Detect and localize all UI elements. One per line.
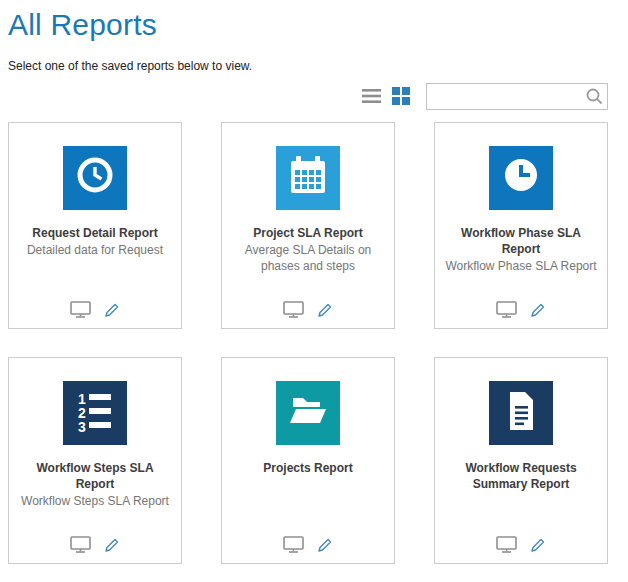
- monitor-icon[interactable]: [283, 536, 304, 553]
- clock-outline-icon: [63, 144, 127, 212]
- card-actions: [222, 536, 394, 553]
- numbered-list-icon: 1 2 3: [63, 379, 127, 447]
- toolbar: [8, 82, 608, 110]
- monitor-icon[interactable]: [283, 301, 304, 318]
- search-icon[interactable]: [585, 87, 603, 109]
- monitor-icon[interactable]: [70, 301, 91, 318]
- folder-icon: [276, 379, 340, 447]
- pencil-icon[interactable]: [530, 537, 546, 553]
- report-card-projects[interactable]: Projects Report: [221, 357, 395, 564]
- report-card-request-detail[interactable]: Request Detail Report Detailed data for …: [8, 122, 182, 329]
- grid-view-icon[interactable]: [392, 87, 410, 105]
- report-icon-tile: 1 2 3: [63, 381, 127, 445]
- page-subtitle: Select one of the saved reports below to…: [8, 59, 628, 73]
- report-card-workflow-requests-summary[interactable]: Workflow Requests Summary Report: [434, 357, 608, 564]
- report-subtitle: Detailed data for Request: [19, 243, 171, 259]
- report-card-workflow-phase-sla[interactable]: Workflow Phase SLA Report Workflow Phase…: [434, 122, 608, 329]
- search-box: [426, 83, 608, 110]
- pencil-icon[interactable]: [104, 537, 120, 553]
- svg-text:3: 3: [78, 419, 86, 435]
- report-subtitle: Workflow Steps SLA Report: [19, 494, 171, 510]
- report-icon-tile: [276, 381, 340, 445]
- pencil-icon[interactable]: [317, 302, 333, 318]
- report-title: Workflow Steps SLA Report: [19, 460, 171, 492]
- monitor-icon[interactable]: [496, 301, 517, 318]
- card-actions: [9, 301, 181, 318]
- report-icon-tile: [276, 146, 340, 210]
- pencil-icon[interactable]: [104, 302, 120, 318]
- all-reports-page: All Reports Select one of the saved repo…: [0, 0, 628, 564]
- report-title: Project SLA Report: [232, 225, 384, 241]
- card-actions: [435, 536, 607, 553]
- pencil-icon[interactable]: [317, 537, 333, 553]
- report-icon-tile: [63, 146, 127, 210]
- report-icon-tile: [489, 381, 553, 445]
- card-actions: [9, 536, 181, 553]
- list-view-icon[interactable]: [362, 88, 381, 104]
- report-title: Workflow Requests Summary Report: [445, 460, 597, 492]
- monitor-icon[interactable]: [496, 536, 517, 553]
- report-title: Projects Report: [232, 460, 384, 476]
- report-subtitle: Workflow Phase SLA Report: [445, 259, 597, 275]
- clock-solid-icon: [489, 144, 553, 212]
- search-input[interactable]: [426, 83, 608, 110]
- calendar-icon: [276, 144, 340, 212]
- report-card-project-sla[interactable]: Project SLA Report Average SLA Details o…: [221, 122, 395, 329]
- document-icon: [489, 379, 553, 447]
- reports-grid: Request Detail Report Detailed data for …: [8, 122, 608, 564]
- card-actions: [435, 301, 607, 318]
- report-card-workflow-steps-sla[interactable]: 1 2 3 Workflow Steps SLA Report Workflow…: [8, 357, 182, 564]
- report-title: Workflow Phase SLA Report: [445, 225, 597, 257]
- card-actions: [222, 301, 394, 318]
- report-icon-tile: [489, 146, 553, 210]
- report-subtitle: Average SLA Details on phases and steps: [232, 243, 384, 274]
- page-title: All Reports: [8, 8, 628, 42]
- pencil-icon[interactable]: [530, 302, 546, 318]
- monitor-icon[interactable]: [70, 536, 91, 553]
- report-title: Request Detail Report: [19, 225, 171, 241]
